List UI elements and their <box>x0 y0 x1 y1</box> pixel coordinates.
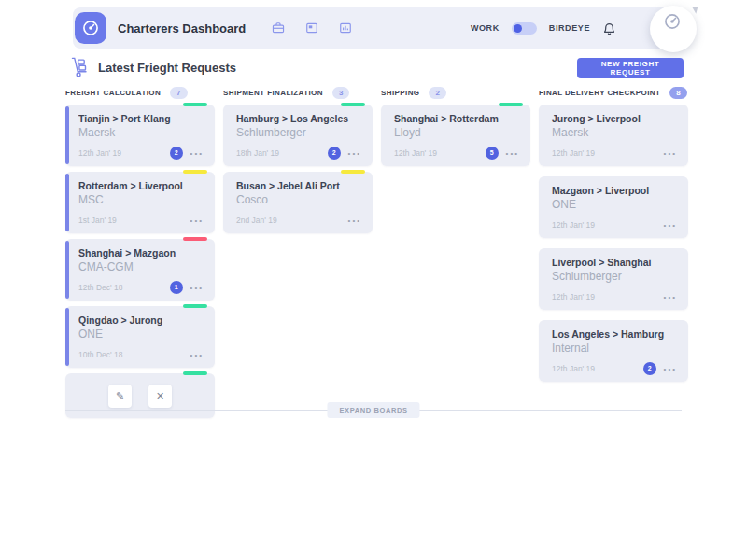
card-menu-dots-icon[interactable] <box>664 221 677 230</box>
column-card-list: Jurong > Liverpool Maersk 12th Jan' 19 M… <box>539 105 688 382</box>
board-icon[interactable] <box>305 21 318 35</box>
freight-card[interactable]: Shanghai > Rotterdam Lloyd 12th Jan' 19 … <box>381 105 530 166</box>
card-date: 12th Jan' 19 <box>552 364 595 373</box>
edit-icon[interactable] <box>108 385 132 408</box>
card-menu-dots-icon[interactable] <box>664 293 677 301</box>
card-meta-row: 12th Jan' 19 2 <box>552 362 677 375</box>
handtruck-icon <box>69 56 89 78</box>
column-title: SHIPPING <box>381 89 419 97</box>
close-icon[interactable] <box>148 385 172 408</box>
board-column: FINAL DELIVERY CHECKPOINT 8 Jurong > Liv… <box>539 86 688 418</box>
board-column: SHIPPING 2 Shanghai > Rotterdam Lloyd 12… <box>381 86 530 418</box>
card-status-strip <box>341 103 365 106</box>
card-menu-dots-icon[interactable] <box>190 217 204 225</box>
column-header: FREIGHT CALCULATION 7 <box>65 86 215 99</box>
app-title: Charterers Dashboard <box>118 21 246 35</box>
card-route: Tianjin > Port Klang <box>78 113 204 125</box>
card-meta-row: 12th Jan' 19 5 <box>394 147 519 160</box>
freight-card[interactable]: Mazgaon > Liverpool ONE 12th Jan' 19 <box>539 176 688 238</box>
card-date: 12th Dec' 18 <box>78 283 122 292</box>
card-meta-row: 12th Jan' 19 <box>552 147 677 160</box>
card-menu-dots-icon[interactable] <box>190 284 204 292</box>
column-header: FINAL DELIVERY CHECKPOINT 8 <box>539 86 688 99</box>
card-date: 12th Jan' 19 <box>552 148 595 158</box>
card-route: Jurong > Liverpool <box>552 113 677 125</box>
card-route: Shanghai > Mazgaon <box>78 247 204 259</box>
column-count-badge: 8 <box>669 87 686 99</box>
card-menu-dots-icon[interactable] <box>190 149 204 158</box>
card-count-badge: 2 <box>328 147 341 160</box>
card-menu-dots-icon[interactable] <box>348 217 361 225</box>
card-status-strip <box>183 371 207 375</box>
new-freight-request-button[interactable]: NEW FREIGHT REQUEST <box>577 58 684 78</box>
card-accent-bar <box>65 308 69 366</box>
freight-card[interactable]: Rotterdam > Liverpool MSC 1st Jan' 19 <box>65 172 215 233</box>
board-column: FREIGHT CALCULATION 7 Tianjin > Port Kla… <box>65 86 215 418</box>
freight-card[interactable]: Tianjin > Port Klang Maersk 12th Jan' 19… <box>65 105 215 166</box>
card-menu-dots-icon[interactable] <box>506 149 519 158</box>
column-title: FREIGHT CALCULATION <box>65 89 161 97</box>
user-avatar[interactable] <box>650 6 697 52</box>
card-menu-dots-icon[interactable] <box>664 149 677 158</box>
card-status-strip <box>183 237 207 241</box>
card-carrier: Internal <box>552 342 677 356</box>
freight-card[interactable]: Los Angeles > Hamburg Internal 12th Jan'… <box>539 320 688 382</box>
card-meta-row: 12th Jan' 19 <box>552 290 677 303</box>
app-header: Charterers Dashboard WORK BIRDEYE <box>73 7 684 49</box>
gauge-icon <box>81 19 100 37</box>
card-carrier: Schlumberger <box>552 270 677 284</box>
mouse-cursor-icon <box>692 5 699 13</box>
page-title: Latest Frieght Requests <box>98 61 236 75</box>
briefcase-icon[interactable] <box>272 21 285 35</box>
card-menu-dots-icon[interactable] <box>190 351 204 359</box>
avatar-gauge-icon <box>663 12 682 31</box>
card-accent-bar <box>65 174 69 231</box>
card-route: Shanghai > Rotterdam <box>394 113 519 125</box>
card-route: Hamburg > Los Angeles <box>236 113 361 125</box>
freight-card[interactable]: Busan > Jebel Ali Port Cosco 2nd Jan' 19 <box>223 172 373 233</box>
freight-card[interactable]: Qingdao > Jurong ONE 10th Dec' 18 <box>65 306 215 368</box>
card-route: Rotterdam > Liverpool <box>78 180 204 192</box>
card-meta-row: 12th Jan' 19 2 <box>78 147 204 160</box>
column-card-list: Hamburg > Los Angeles Schlumberger 18th … <box>223 105 373 233</box>
card-status-strip <box>183 170 207 174</box>
column-header: SHIPMENT FINALIZATION 3 <box>223 86 373 99</box>
card-carrier: ONE <box>552 198 677 212</box>
notifications-bell-icon[interactable] <box>602 21 616 35</box>
freight-card[interactable]: Hamburg > Los Angeles Schlumberger 18th … <box>223 105 373 166</box>
toggle-knob <box>514 24 522 33</box>
card-meta-row: 1st Jan' 19 <box>78 214 204 227</box>
account-name: BIRDEYE <box>549 23 590 33</box>
freight-card[interactable]: Liverpool > Shanghai Schlumberger 12th J… <box>539 248 688 310</box>
card-date: 12th Jan' 19 <box>552 292 595 301</box>
card-menu-dots-icon[interactable] <box>664 365 677 373</box>
card-date: 2nd Jan' 19 <box>236 216 277 225</box>
freight-card[interactable]: Jurong > Liverpool Maersk 12th Jan' 19 <box>539 105 688 166</box>
card-route: Qingdao > Jurong <box>78 315 204 327</box>
board: FREIGHT CALCULATION 7 Tianjin > Port Kla… <box>65 86 689 418</box>
column-title: SHIPMENT FINALIZATION <box>223 89 323 97</box>
chart-icon[interactable] <box>339 21 352 35</box>
work-mode-label: WORK <box>471 23 500 33</box>
card-count-badge: 2 <box>643 362 656 375</box>
header-right-controls: WORK BIRDEYE <box>471 21 616 35</box>
header-nav <box>272 21 352 35</box>
card-accent-bar <box>65 106 69 164</box>
card-carrier: MSC <box>78 193 204 207</box>
card-meta-row: 12th Dec' 18 1 <box>78 281 204 294</box>
freight-card[interactable]: Shanghai > Mazgaon CMA-CGM 12th Dec' 18 … <box>65 239 215 301</box>
card-carrier: ONE <box>78 328 204 342</box>
column-header: SHIPPING 2 <box>381 86 530 99</box>
board-column: SHIPMENT FINALIZATION 3 Hamburg > Los An… <box>223 86 373 418</box>
app-logo[interactable] <box>75 12 106 44</box>
card-accent-bar <box>65 241 69 299</box>
card-carrier: Maersk <box>78 126 204 140</box>
card-status-strip <box>183 103 207 106</box>
card-meta-row: 12th Jan' 19 <box>552 218 677 231</box>
work-mode-toggle[interactable] <box>512 22 537 35</box>
expand-boards-button[interactable]: EXPAND BOARDS <box>327 402 419 418</box>
column-card-list: Shanghai > Rotterdam Lloyd 12th Jan' 19 … <box>381 105 530 166</box>
card-date: 12th Jan' 19 <box>394 148 437 158</box>
card-carrier: Schlumberger <box>236 126 361 140</box>
card-menu-dots-icon[interactable] <box>348 149 361 158</box>
